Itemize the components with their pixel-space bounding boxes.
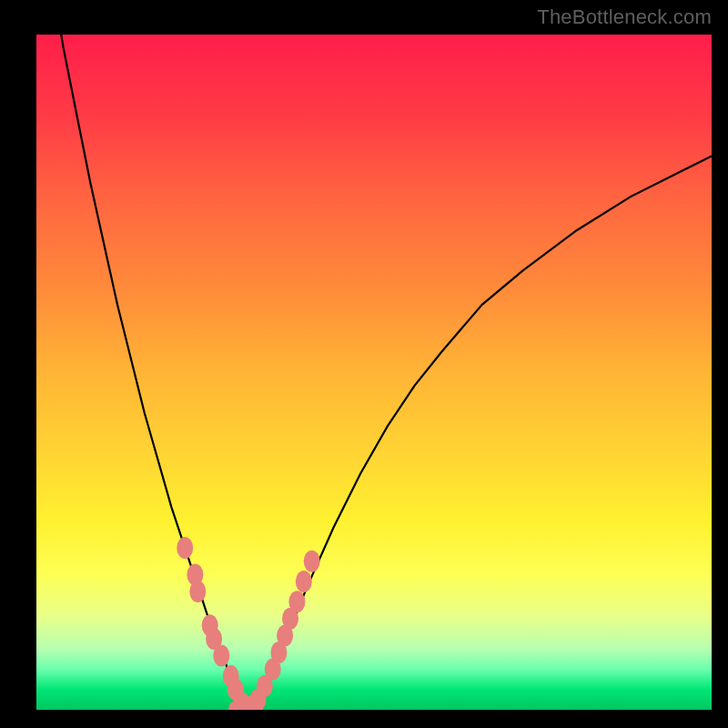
marker-left xyxy=(189,581,206,602)
marker-left xyxy=(177,537,193,559)
plot-area xyxy=(36,35,712,710)
plot-svg xyxy=(36,35,712,710)
marker-right xyxy=(304,551,320,572)
marker-right xyxy=(296,571,312,592)
bottleneck-curve xyxy=(50,35,712,710)
scatter-right-group xyxy=(244,551,319,710)
chart-frame: TheBottleneck.com xyxy=(0,0,728,728)
scatter-left-group xyxy=(177,537,254,710)
marker-right xyxy=(288,591,305,612)
marker-left xyxy=(213,645,229,667)
watermark-text: TheBottleneck.com xyxy=(537,5,712,29)
